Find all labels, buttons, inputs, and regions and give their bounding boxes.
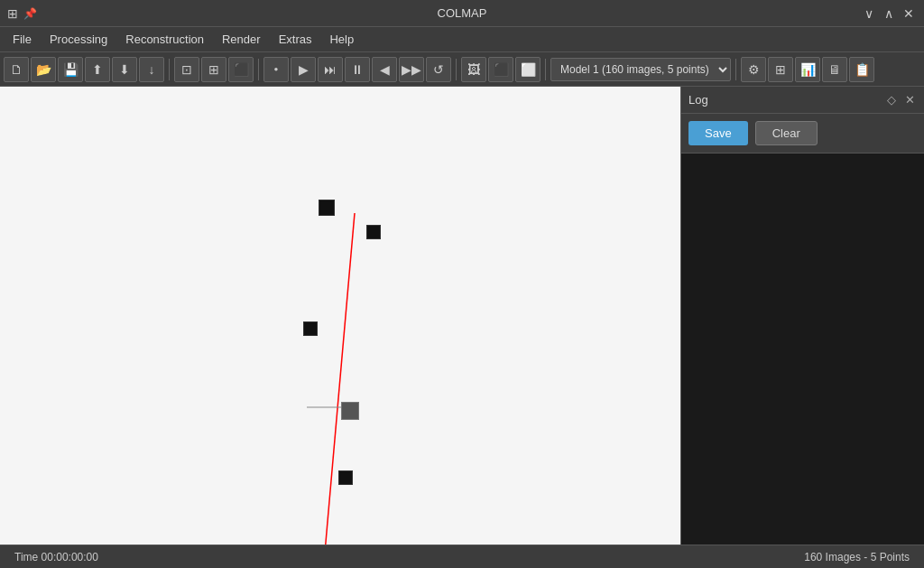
camera-5[interactable]: [338, 470, 353, 485]
camera-4-selected[interactable]: [341, 402, 359, 420]
pause-button[interactable]: ⏸: [345, 57, 370, 82]
log-save-button[interactable]: Save: [688, 121, 748, 145]
play-button[interactable]: ▶: [291, 57, 316, 82]
camera-2[interactable]: [366, 225, 381, 239]
log-header-buttons: ◇ ✕: [884, 93, 917, 107]
maximize-button[interactable]: ∧: [881, 5, 897, 22]
reset-button[interactable]: ↺: [426, 57, 451, 82]
statusbar: Time 00:00:00:00 160 Images - 5 Points: [0, 545, 924, 568]
sep2: [258, 59, 259, 80]
viewport[interactable]: [0, 87, 680, 545]
titlebar: ⊞ 📌 COLMAP ∨ ∧ ✕: [0, 0, 924, 27]
titlebar-icon-area: ⊞ 📌: [7, 6, 37, 21]
settings-btn5[interactable]: 📋: [849, 57, 874, 82]
menu-file[interactable]: File: [4, 29, 41, 50]
stats-display: 160 Images - 5 Points: [804, 551, 910, 563]
menu-help[interactable]: Help: [320, 29, 363, 50]
add-image-button[interactable]: 🖼: [461, 57, 486, 82]
sep4: [545, 59, 546, 80]
trajectory-line: [322, 213, 355, 545]
menu-processing[interactable]: Processing: [41, 29, 116, 50]
window-controls: ∨ ∧ ✕: [861, 5, 917, 22]
view-3d-button[interactable]: ⬛: [228, 57, 254, 82]
import-button[interactable]: ⬆: [85, 57, 110, 82]
menu-render[interactable]: Render: [213, 29, 270, 50]
view-images-button[interactable]: ⊡: [174, 57, 199, 82]
dot-button[interactable]: ●: [263, 57, 289, 82]
open-button[interactable]: 📂: [31, 57, 56, 82]
camera-3[interactable]: [303, 321, 318, 336]
save-button[interactable]: 💾: [58, 57, 83, 82]
log-pin-icon[interactable]: ◇: [884, 93, 899, 107]
sep1: [169, 59, 170, 80]
new-button[interactable]: 🗋: [4, 57, 29, 82]
log-title: Log: [688, 93, 708, 107]
camera-1[interactable]: [319, 200, 335, 216]
close-button[interactable]: ✕: [901, 5, 917, 22]
log-panel: Log ◇ ✕ Save Clear: [680, 87, 924, 545]
app-icon: ⊞: [7, 6, 18, 21]
next-button[interactable]: ▶▶: [399, 57, 424, 82]
scene: [0, 87, 680, 545]
log-header: Log ◇ ✕: [681, 87, 924, 114]
add-dense-button[interactable]: ⬛: [488, 57, 513, 82]
sep5: [735, 59, 736, 80]
skip-end-button[interactable]: ⏭: [318, 57, 343, 82]
toolbar: 🗋 📂 💾 ⬆ ⬇ ↓ ⊡ ⊞ ⬛ ● ▶ ⏭ ⏸ ◀ ▶▶ ↺ 🖼 ⬛ ⬜ M…: [0, 52, 924, 87]
sep3: [456, 59, 457, 80]
pin-icon: 📌: [23, 7, 37, 20]
add-mesh-button[interactable]: ⬜: [515, 57, 541, 82]
view-grid-button[interactable]: ⊞: [201, 57, 226, 82]
log-close-icon[interactable]: ✕: [902, 93, 917, 107]
settings-btn2[interactable]: ⊞: [768, 57, 793, 82]
app-title: COLMAP: [438, 6, 487, 20]
settings-btn4[interactable]: 🖥: [822, 57, 847, 82]
menu-reconstruction[interactable]: Reconstruction: [116, 29, 213, 50]
main-area: Log ◇ ✕ Save Clear: [0, 87, 924, 545]
time-display: Time 00:00:00:00: [14, 551, 98, 563]
settings-btn3[interactable]: 📊: [795, 57, 820, 82]
export2-button[interactable]: ↓: [139, 57, 164, 82]
export-button[interactable]: ⬇: [112, 57, 137, 82]
menu-extras[interactable]: Extras: [270, 29, 321, 50]
menubar: File Processing Reconstruction Render Ex…: [0, 27, 924, 52]
log-action-buttons: Save Clear: [681, 114, 924, 154]
model-selector[interactable]: Model 1 (160 images, 5 points): [550, 58, 731, 81]
prev-button[interactable]: ◀: [372, 57, 397, 82]
minimize-button[interactable]: ∨: [861, 5, 877, 22]
log-clear-button[interactable]: Clear: [755, 121, 818, 145]
settings-btn1[interactable]: ⚙: [741, 57, 766, 82]
log-content: [681, 154, 924, 545]
